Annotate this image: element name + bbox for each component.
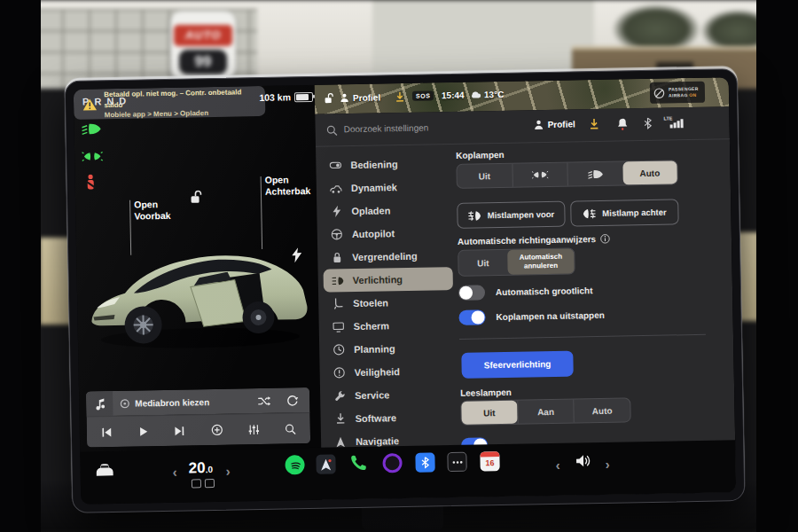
- rear-fog-light-button[interactable]: Mistlamp achter: [570, 199, 679, 226]
- notifications-bell-icon[interactable]: [616, 117, 628, 134]
- time-value: 15:44: [442, 90, 465, 100]
- range-value: 103 km: [259, 91, 291, 103]
- app-dock: ‹ 20.0 ›: [80, 440, 736, 505]
- media-search-icon[interactable]: [285, 423, 296, 434]
- previous-track-icon[interactable]: [101, 426, 113, 438]
- safety-icon: [333, 366, 346, 379]
- settings-menu-item-bediening[interactable]: Bediening: [321, 152, 450, 177]
- settings-menu-item-planning[interactable]: Planning: [325, 336, 454, 362]
- phone-app-icon[interactable]: [348, 454, 367, 476]
- airbag-line2: AIRBAG ON: [669, 92, 699, 99]
- reading-lights-section-label: Leeslampen: [460, 387, 512, 398]
- reading-lights-segmented-control: Uit Aan Auto: [460, 397, 630, 426]
- headlights-auto-option[interactable]: Auto: [622, 160, 677, 184]
- settings-menu-item-dynamiek[interactable]: Dynamiek: [322, 175, 451, 200]
- seat-heater-icon: [205, 479, 215, 488]
- headlights-section-label: Koplampen: [456, 150, 505, 160]
- front-fog-lights-button[interactable]: Mistlampen voor: [457, 201, 566, 229]
- settings-menu-item-software[interactable]: Software: [325, 405, 455, 431]
- settings-menu-item-verlichting[interactable]: Verlichting: [324, 267, 453, 293]
- headlights-segmented-control: Uit Auto: [456, 160, 677, 189]
- profile-label: Profiel: [353, 92, 380, 103]
- play-icon[interactable]: [137, 426, 149, 437]
- media-source-icon: [120, 398, 129, 408]
- rear-fog-label: Mistlamp achter: [602, 207, 667, 218]
- low-beam-option[interactable]: [567, 161, 622, 185]
- charging-icon: [330, 205, 342, 217]
- settings-menu-item-veiligheid[interactable]: Veiligheid: [325, 359, 454, 385]
- sos-badge[interactable]: SOS: [412, 90, 434, 100]
- media-source-label: Mediabron kiezen: [135, 397, 209, 409]
- bluetooth-app-icon[interactable]: [415, 452, 434, 472]
- more-apps-icon[interactable]: [447, 452, 466, 472]
- settings-profile-label: Profiel: [547, 119, 575, 129]
- unlocked-icon[interactable]: [190, 190, 202, 207]
- volume-speaker-icon[interactable]: [575, 453, 592, 472]
- calendar-app-icon[interactable]: 16: [480, 451, 499, 471]
- shuffle-icon[interactable]: [257, 395, 270, 406]
- volume-up-chevron[interactable]: ›: [605, 458, 609, 471]
- settings-search-input[interactable]: Doorzoek instellingen: [344, 122, 429, 134]
- weather-cloud-icon: [470, 90, 481, 98]
- add-to-favorites-icon[interactable]: [210, 424, 223, 436]
- music-app-icon[interactable]: [382, 453, 402, 473]
- headlights-after-exit-label: Koplampen na uitstappen: [496, 310, 604, 322]
- settings-menu-item-scherm[interactable]: Scherm: [324, 313, 453, 339]
- reading-lights-off-option[interactable]: Uit: [461, 401, 517, 425]
- equalizer-icon[interactable]: [247, 424, 259, 435]
- car-icon: [330, 183, 342, 194]
- music-note-icon: [86, 391, 113, 417]
- cabin-temperature[interactable]: 20.0: [188, 459, 213, 477]
- outside-temp-value: 13°C: [484, 90, 505, 99]
- next-track-icon[interactable]: [174, 425, 185, 436]
- software-update-icon[interactable]: [588, 118, 599, 134]
- reading-lights-auto-option[interactable]: Auto: [574, 398, 630, 422]
- pillar-left: [0, 0, 41, 532]
- low-beam-icon: [587, 168, 603, 178]
- menu-label: Software: [356, 412, 397, 424]
- car-controls-icon[interactable]: [94, 462, 114, 481]
- person-icon: [533, 119, 544, 130]
- open-front-trunk-button[interactable]: Open Voorbak: [134, 199, 184, 223]
- driver-profile-chip[interactable]: Profiel: [340, 91, 380, 103]
- temp-increase-chevron[interactable]: ›: [226, 465, 231, 478]
- reading-lights-on-option[interactable]: Aan: [517, 400, 574, 424]
- auto-high-beam-toggle[interactable]: [458, 285, 485, 301]
- headlights-off-option[interactable]: Uit: [457, 164, 512, 188]
- vehicle-rendering: [83, 231, 312, 360]
- screen-content: PRND 103 km Open Achterbak Open Voorbak: [74, 77, 736, 504]
- temp-decrease-chevron[interactable]: ‹: [173, 466, 177, 479]
- turn-signals-auto-cancel-option[interactable]: Automatisch annuleren: [507, 248, 575, 274]
- menu-label: Scherm: [354, 320, 390, 332]
- clock: 15:44: [442, 90, 465, 100]
- settings-menu-item-service[interactable]: Service: [325, 382, 455, 408]
- software-update-icon[interactable]: [395, 91, 405, 103]
- navigation-icon: [334, 436, 347, 448]
- headlights-after-exit-toggle[interactable]: [458, 309, 485, 325]
- menu-label: Planning: [354, 343, 395, 355]
- bluetooth-status-icon[interactable]: [643, 117, 652, 133]
- turn-signals-off-option[interactable]: Uit: [458, 250, 508, 276]
- settings-menu-item-vergrendeling[interactable]: Vergrendeling: [323, 244, 452, 270]
- controls-icon: [329, 159, 341, 171]
- settings-menu-item-opladen[interactable]: Opladen: [322, 198, 451, 223]
- repeat-icon[interactable]: [286, 395, 299, 406]
- parking-lights-option[interactable]: [512, 163, 567, 187]
- battery-icon: [294, 91, 313, 101]
- volume-down-chevron[interactable]: ‹: [555, 458, 559, 472]
- spotify-app-icon[interactable]: [285, 455, 304, 474]
- gear-selector[interactable]: PRND: [82, 96, 131, 107]
- lock-status-icon[interactable]: [324, 92, 333, 104]
- ambient-lighting-button[interactable]: Sfeerverlichting: [461, 351, 574, 379]
- menu-label: Verlichting: [353, 274, 403, 286]
- passenger-airbag-badge: PASSENGER AIRBAG ON: [650, 82, 705, 104]
- settings-profile-chip[interactable]: Profiel: [533, 118, 575, 130]
- open-rear-trunk-button[interactable]: Open Achterbak: [265, 174, 320, 198]
- settings-menu-item-autopilot[interactable]: Autopilot: [323, 221, 452, 246]
- maps-app-icon[interactable]: [316, 454, 335, 473]
- media-controls-row: [87, 412, 311, 448]
- turn-signals-section-label: Automatische richtingaanwijzers: [458, 234, 610, 246]
- settings-menu-item-stoelen[interactable]: Stoelen: [324, 290, 453, 316]
- airbag-state: ON: [689, 92, 696, 98]
- info-icon[interactable]: [600, 234, 610, 244]
